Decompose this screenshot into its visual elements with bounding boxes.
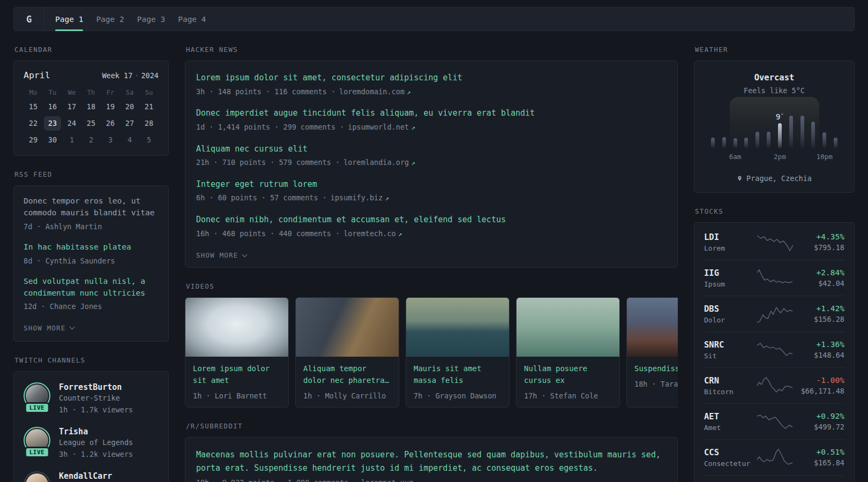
stock-symbol: SNRC [704, 340, 755, 350]
video-title: Nullam posuere cursus ex [524, 363, 612, 386]
twitch-channel-row[interactable]: LIVE ForrestBurton Counter-Strike 1h · 1… [24, 382, 159, 415]
stock-row[interactable]: AHS +0.46% [704, 475, 844, 482]
stock-row[interactable]: LDI Lorem +4.35% $795.18 [704, 224, 844, 260]
calendar-day: 30 [44, 133, 61, 147]
calendar-day: 24 [63, 116, 80, 131]
page-tab[interactable]: Page 4 [171, 7, 212, 31]
hn-item-title[interactable]: Integer eget rutrum lorem [196, 178, 667, 191]
hn-item-domain-link[interactable]: loremtech.co↗ [343, 229, 402, 238]
stock-name: Consectetur [704, 460, 755, 468]
twitch-channel-name: KendallCarr [59, 471, 112, 481]
stock-row[interactable]: DBS Dolor +1.42% $156.28 [704, 296, 844, 332]
page-tab[interactable]: Page 1 [49, 7, 89, 31]
calendar-week-year: Week 17·2024 [102, 71, 159, 80]
hn-item-domain: ipsumworld.net [348, 123, 409, 131]
hn-item-domain-link[interactable]: ipsumify.biz↗ [331, 193, 389, 202]
left-column: CALENDAR April Week 17·2024 MoTuWeThFrSa… [13, 46, 169, 482]
subreddit-domain-link[interactable]: loremnet.xyz↗ [361, 478, 420, 482]
video-body: Suspendisse diam 18h · Tara [627, 357, 678, 396]
subreddit-post: Maecenas mollis pulvinar erat non posuer… [196, 448, 667, 482]
hn-item-stats: 16h · 468 points · 440 comments · [196, 229, 340, 238]
rss-show-more-button[interactable]: SHOW MORE [24, 324, 74, 332]
stock-values: -1.00% $66,171.48 [793, 376, 844, 395]
rss-item-title[interactable]: Donec tempor eros leo, ut commodo mauris… [24, 195, 159, 219]
video-meta: 7h · Grayson Dawson [414, 390, 502, 401]
hn-item-domain: ipsumify.biz [331, 193, 383, 202]
video-card[interactable]: Aliquam tempor dolor nec pharetra… 1h · … [295, 297, 399, 408]
section-label-hackernews: HACKER NEWS [186, 46, 678, 54]
hn-item: Donec enim nibh, condimentum et accumsan… [196, 214, 667, 239]
weather-hour-cell: 9° 2pm [774, 111, 785, 148]
stock-symbol: AET [704, 412, 755, 421]
stock-identity: SNRC Sit [704, 340, 755, 360]
stock-price: $499.72 [793, 423, 844, 431]
stock-identity: AET Amet [704, 412, 755, 432]
hn-item-stats: 6h · 60 points · 57 comments · [196, 193, 327, 202]
hn-item-title[interactable]: Donec enim nibh, condimentum et accumsan… [196, 214, 667, 226]
main-grid: CALENDAR April Week 17·2024 MoTuWeThFrSa… [0, 31, 868, 482]
hn-item-title[interactable]: Aliquam nec cursus elit [196, 143, 667, 155]
video-card[interactable]: Lorem ipsum dolor sit amet consectetu… 1… [185, 297, 289, 408]
rss-item-title[interactable]: In hac habitasse platea [24, 242, 159, 253]
hn-item-stats: 3h · 148 points · 116 comments · [196, 87, 335, 96]
hn-item: Donec imperdiet augue tincidunt felis al… [196, 107, 667, 132]
weather-condition: Overcast [704, 73, 844, 82]
external-link-icon: ↗ [407, 88, 411, 96]
stock-row[interactable]: AET Amet +0.92% $499.72 [704, 403, 844, 439]
stock-change: +4.35% [793, 232, 844, 241]
weather-bar: 9° [734, 138, 737, 148]
weather-time-label: 6am [729, 153, 742, 161]
section-label-stocks: STOCKS [695, 207, 855, 215]
stock-values: +2.84% $42.04 [793, 268, 844, 288]
twitch-channel-row[interactable]: LIVE Trisha League of Legends 3h · 1.2k … [24, 427, 159, 460]
stock-row[interactable]: CCS Consectetur +0.51% $165.84 [704, 439, 844, 475]
hn-show-more-button[interactable]: SHOW MORE [196, 251, 246, 259]
weather-bar: 9° [711, 138, 715, 148]
video-card[interactable]: Mauris sit amet massa felis 7h · Grayson… [406, 297, 510, 408]
hackernews-card: Lorem ipsum dolor sit amet, consectetur … [185, 61, 678, 268]
rss-widget: RSS FEED Donec tempor eros leo, ut commo… [13, 170, 169, 342]
show-more-label: SHOW MORE [24, 324, 66, 332]
stock-sparkline [755, 339, 793, 360]
subreddit-post-title[interactable]: Maecenas mollis pulvinar erat non posuer… [196, 448, 667, 475]
video-card[interactable]: Nullam posuere cursus ex 17h · Stefan Co… [516, 297, 620, 408]
rss-item-meta: 12d · Chance Jones [24, 301, 159, 312]
calendar-day: 27 [121, 116, 138, 131]
video-title: Suspendisse diam [634, 363, 678, 375]
calendar-day: 19 [102, 100, 119, 114]
weather-bar: 9° [800, 116, 804, 148]
stock-sparkline [755, 231, 793, 253]
page-tab[interactable]: Page 3 [131, 7, 171, 31]
hn-item-domain-link[interactable]: loremlandia.org↗ [343, 158, 415, 167]
rss-item-title[interactable]: Sed volutpat nulla nisl, a condimentum n… [24, 276, 159, 299]
video-body: Nullam posuere cursus ex 17h · Stefan Co… [517, 357, 619, 408]
weather-location-text: Prague, Czechia [746, 174, 812, 183]
video-card[interactable]: Suspendisse diam 18h · Tara [626, 297, 678, 408]
twitch-channel-row[interactable]: LIVE KendallCarr [24, 471, 159, 482]
stock-row[interactable]: CRN Bitcorn -1.00% $66,171.48 [704, 367, 844, 403]
page-tab[interactable]: Page 2 [89, 7, 130, 31]
weather-hour-cell: 9° [752, 111, 763, 148]
subreddit-post-meta: 19h · 9,932 points · 1,090 comments ·lor… [196, 477, 667, 482]
hn-item-domain-link[interactable]: loremdomain.com↗ [339, 87, 410, 96]
stock-change: +0.92% [793, 412, 844, 420]
subreddit-domain: loremnet.xyz [361, 478, 414, 482]
twitch-channel-name: Trisha [59, 427, 133, 436]
right-column: WEATHER Overcast Feels like 5°C 9° [694, 46, 855, 482]
subreddit-widget: /R/SUBREDDIT Maecenas mollis pulvinar er… [185, 422, 678, 482]
weather-hour-cell: 9° [785, 111, 797, 148]
weather-hour-cell: 9° 6am [730, 111, 741, 148]
separator-dot: · [134, 71, 139, 80]
hn-item-domain-link[interactable]: ipsumworld.net↗ [348, 123, 415, 131]
weather-feels-like: Feels like 5°C [704, 86, 844, 95]
calendar-month: April [24, 70, 50, 80]
calendar-weekday: Tu [43, 89, 62, 96]
hn-item-title[interactable]: Lorem ipsum dolor sit amet, consectetur … [196, 72, 667, 84]
hn-item-title[interactable]: Donec imperdiet augue tincidunt felis al… [196, 107, 667, 119]
stock-name: Sit [704, 352, 755, 360]
stock-row[interactable]: IIG Ipsum +2.84% $42.04 [704, 260, 844, 296]
section-label-subreddit: /R/SUBREDDIT [186, 422, 678, 430]
stock-row[interactable]: SNRC Sit +1.36% $148.64 [704, 332, 844, 367]
calendar-weekday: Mo [24, 89, 43, 96]
hn-item: Integer eget rutrum lorem 6h · 60 points… [196, 178, 667, 204]
